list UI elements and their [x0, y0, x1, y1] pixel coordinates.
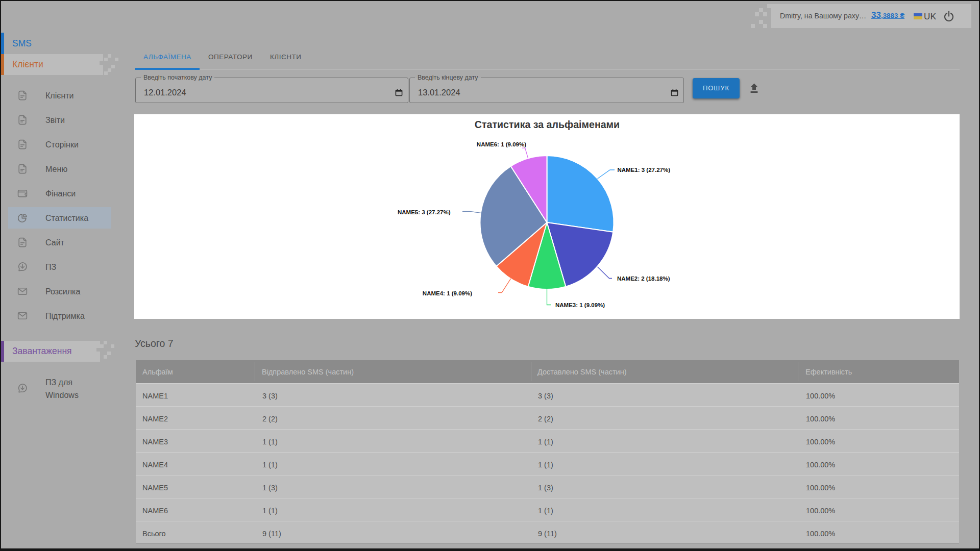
svg-text:Статистика за альфаіменами: Статистика за альфаіменами: [475, 119, 620, 130]
svg-text:NAME2: 2 (18.18%): NAME2: 2 (18.18%): [617, 276, 670, 282]
svg-text:NAME6: 1 (9.09%): NAME6: 1 (9.09%): [477, 141, 526, 147]
svg-text:NAME1: 3 (27.27%): NAME1: 3 (27.27%): [618, 167, 671, 173]
svg-text:NAME4: 1 (9.09%): NAME4: 1 (9.09%): [423, 290, 472, 296]
svg-text:NAME3: 1 (9.09%): NAME3: 1 (9.09%): [555, 302, 605, 308]
svg-text:NAME5: 3 (27.27%): NAME5: 3 (27.27%): [398, 209, 451, 215]
